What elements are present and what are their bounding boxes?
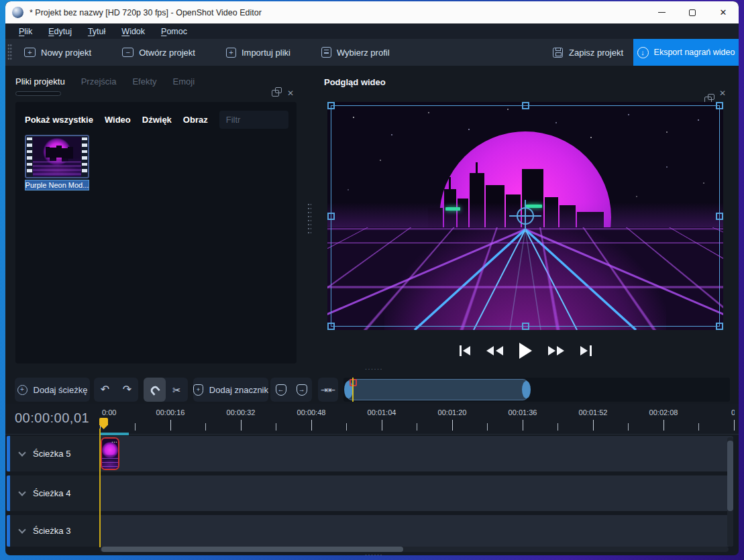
zoom-slider-right-handle[interactable] xyxy=(522,381,531,398)
export-video-button[interactable]: ↓ Eksport nagrań wideo xyxy=(633,39,739,66)
track-header-4[interactable]: Ścieżka 4 xyxy=(10,475,100,511)
menu-tytul[interactable]: Tytuł xyxy=(83,25,111,38)
chevron-down-icon[interactable] xyxy=(18,449,25,456)
video-preview-frame[interactable] xyxy=(327,102,723,330)
file-thumbnail[interactable] xyxy=(25,135,89,178)
rewind-button[interactable] xyxy=(486,346,503,355)
save-project-button[interactable]: Zapisz projekt xyxy=(553,39,623,66)
track-header-5[interactable]: Ścieżka 5 xyxy=(10,436,100,471)
ruler-label: 00:00:48 xyxy=(297,408,326,416)
selection-handle-bottom-right[interactable] xyxy=(716,323,723,330)
import-files-button[interactable]: + Importuj pliki xyxy=(219,44,297,62)
open-project-label: Otwórz projekt xyxy=(139,48,195,58)
filter-image-button[interactable]: Obraz xyxy=(183,115,208,125)
jump-to-start-button[interactable] xyxy=(460,345,471,356)
new-project-label: Nowy projekt xyxy=(41,48,91,58)
selection-handle-bottom-left[interactable] xyxy=(327,323,335,330)
preview-resize-handle[interactable]: ······ xyxy=(365,366,383,372)
redo-button[interactable]: ↷ xyxy=(116,378,138,402)
undo-button[interactable]: ↶ xyxy=(94,378,116,402)
center-playhead-button[interactable]: ⇥⇤ xyxy=(318,378,338,402)
filter-show-all-button[interactable]: Pokaż wszystkie xyxy=(25,115,93,125)
jump-to-end-button[interactable] xyxy=(580,345,592,356)
selection-handle-middle-left[interactable] xyxy=(327,213,335,220)
ruler-label: 00:02:08 xyxy=(649,408,678,416)
previous-marker-button[interactable]: ← xyxy=(270,378,291,402)
selection-handle-top-right[interactable] xyxy=(716,102,723,109)
selection-handle-top-left[interactable] xyxy=(327,102,335,109)
tab-emoji[interactable]: Emoji xyxy=(173,76,195,87)
selection-handle-top-middle[interactable] xyxy=(522,102,529,109)
next-marker-button[interactable]: → xyxy=(291,378,312,402)
razor-button[interactable]: ✂ xyxy=(166,378,188,402)
preview-panel-close-icon[interactable]: ✕ xyxy=(719,89,726,97)
plus-circle-icon: + xyxy=(17,385,28,395)
ruler-label: 00:01:36 xyxy=(509,408,537,416)
close-button[interactable]: ✕ xyxy=(708,1,739,23)
files-panel-close-icon[interactable]: ✕ xyxy=(287,89,294,97)
timeline-vertical-scrollbar[interactable] xyxy=(727,437,733,547)
plus-square-icon: + xyxy=(226,48,236,58)
undo-redo-group: ↶ ↷ xyxy=(94,378,138,402)
folder-plus-icon: + xyxy=(24,48,36,57)
filter-audio-button[interactable]: Dźwięk xyxy=(142,115,172,125)
add-marker-button[interactable]: + Dodaj znacznik xyxy=(193,378,268,402)
choose-profile-button[interactable]: Wybierz profil xyxy=(315,43,396,62)
ruler-tick-minor xyxy=(417,423,417,431)
open-project-button[interactable]: − Otwórz projekt xyxy=(115,44,202,62)
ruler-tick-major xyxy=(452,420,453,431)
new-project-button[interactable]: + Nowy projekt xyxy=(17,44,98,62)
vertical-scroll-thumb[interactable] xyxy=(727,441,733,511)
chevron-down-icon[interactable] xyxy=(18,488,25,496)
track-header-3[interactable]: Ścieżka 3 xyxy=(10,515,100,547)
ruler-label: 00:01:04 xyxy=(368,408,396,416)
maximize-button[interactable] xyxy=(677,1,708,23)
filter-input[interactable] xyxy=(219,111,288,129)
minimize-button[interactable] xyxy=(646,1,677,23)
ruler-tick-minor xyxy=(698,423,699,431)
transform-crosshair[interactable] xyxy=(513,204,537,228)
track-row-3: Ścieżka 3 xyxy=(7,515,733,547)
files-panel-float-icon[interactable] xyxy=(272,90,279,97)
main-toolbar: + Nowy projekt − Otwórz projekt + Import… xyxy=(5,39,739,66)
chevron-down-icon[interactable] xyxy=(18,526,25,533)
timeline-ruler[interactable]: 0:0000:00:1600:00:3200:00:4800:01:0400:0… xyxy=(100,404,735,434)
track-lane-3[interactable] xyxy=(100,515,733,547)
timeline-zoom-slider[interactable] xyxy=(343,378,730,402)
zoom-slider-range[interactable] xyxy=(346,379,529,400)
tab-pliki-projektu[interactable]: Pliki projektu xyxy=(15,76,65,87)
selection-handle-middle-right[interactable] xyxy=(716,213,723,220)
tab-efekty[interactable]: Efekty xyxy=(132,76,156,87)
title-bar[interactable]: * Projekt bez nazwy [HD 720p 30 fps] - O… xyxy=(5,1,739,23)
menu-edytuj[interactable]: Edytuj xyxy=(43,25,77,38)
timeline-clip[interactable]: ⋯ xyxy=(101,437,119,470)
menu-widok[interactable]: Widok xyxy=(116,25,150,38)
fast-forward-button[interactable] xyxy=(548,346,565,355)
toolbar-grip-handle[interactable] xyxy=(7,44,12,61)
ruler-label: 00:01:52 xyxy=(579,408,608,416)
tab-przejscia[interactable]: Przejścia xyxy=(81,76,117,87)
menu-pomoc[interactable]: Pomoc xyxy=(156,25,193,38)
selection-handle-bottom-middle[interactable] xyxy=(522,323,529,330)
ruler-tick-minor xyxy=(205,423,206,431)
file-thumbnail-image xyxy=(33,137,81,176)
panel-splitter-handle[interactable] xyxy=(307,203,311,235)
choose-profile-label: Wybierz profil xyxy=(337,48,390,58)
menu-plik[interactable]: Plik xyxy=(13,25,38,38)
play-button[interactable] xyxy=(519,343,532,359)
ruler-label: 0:00 xyxy=(102,408,116,416)
timeline-horizontal-scrollbar[interactable] xyxy=(100,547,729,552)
ruler-tick-major xyxy=(382,420,382,431)
clip-menu-icon[interactable]: ⋯ xyxy=(111,439,117,445)
track-lane-4[interactable] xyxy=(100,475,733,511)
ruler-tick-minor xyxy=(346,423,347,431)
filter-video-button[interactable]: Wideo xyxy=(105,115,131,125)
export-video-label: Eksport nagrań wideo xyxy=(654,48,735,57)
track-lane-5[interactable] xyxy=(100,436,733,471)
timeline-resize-handle[interactable]: ······ xyxy=(365,551,383,555)
openshot-logo-icon xyxy=(12,7,23,18)
horizontal-scroll-thumb[interactable] xyxy=(101,547,403,552)
add-track-button[interactable]: + Dodaj ścieżkę xyxy=(15,378,90,402)
snapping-magnet-button[interactable] xyxy=(144,378,166,402)
file-name-label[interactable]: Purple Neon Mod... xyxy=(25,180,89,190)
